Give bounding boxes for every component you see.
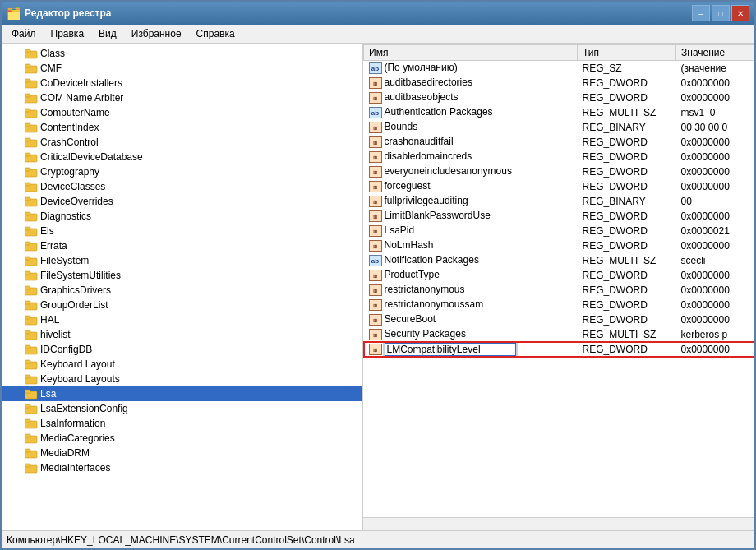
table-row[interactable]: ⊞REG_DWORD0x0000000 bbox=[364, 342, 754, 357]
tree-item[interactable]: Lsa bbox=[2, 386, 362, 401]
tree-item[interactable]: LsaInformation bbox=[2, 416, 362, 431]
tree-item[interactable]: CrashControl bbox=[2, 135, 362, 150]
folder-icon bbox=[25, 388, 38, 400]
reg-value-cell: 0x0000000 bbox=[676, 209, 754, 224]
tree-item[interactable]: Class bbox=[2, 46, 362, 61]
title-bar: 🗂️ Редактор реестра – □ ✕ bbox=[2, 2, 754, 25]
reg-value-cell: 0x0000000 bbox=[676, 150, 754, 164]
close-button[interactable]: ✕ bbox=[731, 5, 749, 21]
table-row[interactable]: ⊞crashonauditfailREG_DWORD0x0000000 bbox=[364, 135, 754, 150]
reg-name-cell: ⊞LsaPid bbox=[364, 224, 578, 238]
table-header: Имя Тип Значение bbox=[364, 45, 754, 61]
tree-label: MediaInterfaces bbox=[40, 462, 110, 474]
tree-item[interactable]: DeviceOverrides bbox=[2, 194, 362, 209]
menu-item-вид[interactable]: Вид bbox=[92, 26, 123, 41]
tree-item[interactable]: Keyboard Layout bbox=[2, 357, 362, 372]
folder-icon bbox=[25, 329, 38, 340]
left-panel: Class CMF CoDeviceInstallers COM Name Ar… bbox=[2, 44, 363, 530]
tree-item[interactable]: MediaDRM bbox=[2, 446, 362, 460]
registry-table-container[interactable]: Имя Тип Значение ab(По умолчанию)REG_SZ(… bbox=[363, 44, 754, 517]
reg-type-cell: REG_MULTI_SZ bbox=[578, 253, 676, 268]
tree-item[interactable]: HAL bbox=[2, 312, 362, 327]
h-scroll-inner[interactable] bbox=[363, 519, 754, 530]
svg-rect-31 bbox=[25, 271, 30, 275]
tree-item[interactable]: Els bbox=[2, 224, 362, 238]
table-row[interactable]: ⊞restrictanonymoussamREG_DWORD0x0000000 bbox=[364, 298, 754, 312]
table-row[interactable]: abAuthentication PackagesREG_MULTI_SZmsv… bbox=[364, 105, 754, 120]
tree-item[interactable]: CMF bbox=[2, 61, 362, 76]
reg-type-cell: REG_DWORD bbox=[578, 342, 676, 357]
reg-value-cell: 0x0000000 bbox=[676, 179, 754, 194]
menu-item-справка[interactable]: Справка bbox=[190, 26, 242, 41]
tree-label: DeviceOverrides bbox=[40, 196, 113, 207]
tree-item[interactable]: MediaCategories bbox=[2, 431, 362, 446]
tree-item[interactable]: hivelist bbox=[2, 327, 362, 342]
tree-item[interactable]: FileSystemUtilities bbox=[2, 268, 362, 283]
col-name[interactable]: Имя bbox=[364, 45, 578, 61]
folder-icon bbox=[25, 122, 38, 133]
col-type[interactable]: Тип bbox=[578, 45, 676, 61]
folder-icon bbox=[25, 462, 38, 474]
table-row[interactable]: ⊞ProductTypeREG_DWORD0x0000000 bbox=[364, 268, 754, 283]
tree-item[interactable]: Cryptography bbox=[2, 164, 362, 179]
tree-label: HAL bbox=[40, 314, 59, 326]
table-row[interactable]: ab(По умолчанию)REG_SZ(значение bbox=[364, 61, 754, 76]
maximize-button[interactable]: □ bbox=[712, 5, 730, 21]
status-text: Компьютер\HKEY_LOCAL_MACHINE\SYSTEM\Curr… bbox=[7, 534, 355, 546]
table-row[interactable]: ⊞forceguestREG_DWORD0x0000000 bbox=[364, 179, 754, 194]
tree-item[interactable]: GroupOrderList bbox=[2, 298, 362, 312]
tree-item[interactable]: MediaInterfaces bbox=[2, 460, 362, 475]
table-row[interactable]: ⊞Security PackagesREG_MULTI_SZkerberos p bbox=[364, 327, 754, 342]
tree-label: ComputerName bbox=[40, 107, 110, 118]
reg-name-cell: ⊞crashonauditfail bbox=[364, 135, 578, 150]
reg-value-cell: msv1_0 bbox=[676, 105, 754, 120]
tree-item[interactable]: CoDeviceInstallers bbox=[2, 76, 362, 90]
minimize-button[interactable]: – bbox=[692, 5, 710, 21]
table-row[interactable]: abNotification PackagesREG_MULTI_SZscecl… bbox=[364, 253, 754, 268]
reg-type-cell: REG_DWORD bbox=[578, 76, 676, 90]
table-row[interactable]: ⊞disabledomaincredsREG_DWORD0x0000000 bbox=[364, 150, 754, 164]
horizontal-scrollbar[interactable] bbox=[363, 517, 754, 530]
table-row[interactable]: ⊞restrictanonymousREG_DWORD0x0000000 bbox=[364, 283, 754, 298]
table-row[interactable]: ⊞auditbasedirectoriesREG_DWORD0x0000000 bbox=[364, 76, 754, 90]
tree-item[interactable]: GraphicsDrivers bbox=[2, 283, 362, 298]
table-row[interactable]: ⊞SecureBootREG_DWORD0x0000000 bbox=[364, 312, 754, 327]
tree-item[interactable]: Keyboard Layouts bbox=[2, 372, 362, 386]
table-row[interactable]: ⊞NoLmHashREG_DWORD0x0000000 bbox=[364, 238, 754, 253]
table-row[interactable]: ⊞BoundsREG_BINARY00 30 00 0 bbox=[364, 120, 754, 135]
menu-item-правка[interactable]: Правка bbox=[44, 26, 91, 41]
tree-item[interactable]: LsaExtensionConfig bbox=[2, 401, 362, 416]
reg-name-cell: abNotification Packages bbox=[364, 253, 578, 268]
reg-value-cell: 0x0000021 bbox=[676, 224, 754, 238]
reg-name-cell: ⊞NoLmHash bbox=[364, 238, 578, 253]
tree-item[interactable]: ContentIndex bbox=[2, 120, 362, 135]
table-row[interactable]: ⊞LimitBlankPasswordUseREG_DWORD0x0000000 bbox=[364, 209, 754, 224]
svg-rect-55 bbox=[25, 449, 30, 452]
reg-type-cell: REG_DWORD bbox=[578, 179, 676, 194]
reg-name-cell: ⊞disabledomaincreds bbox=[364, 150, 578, 164]
table-row[interactable]: ⊞auditbaseobjectsREG_DWORD0x0000000 bbox=[364, 90, 754, 105]
tree-item[interactable]: ComputerName bbox=[2, 105, 362, 120]
table-row[interactable]: ⊞LsaPidREG_DWORD0x0000021 bbox=[364, 224, 754, 238]
tree-item[interactable]: DeviceClasses bbox=[2, 179, 362, 194]
tree-item[interactable]: CriticalDeviceDatabase bbox=[2, 150, 362, 164]
tree-label: Diagnostics bbox=[40, 210, 91, 222]
menu-bar: ФайлПравкаВидИзбранноеСправка bbox=[2, 25, 754, 44]
reg-type-cell: REG_MULTI_SZ bbox=[578, 105, 676, 120]
folder-icon bbox=[25, 77, 38, 89]
tree-label: CoDeviceInstallers bbox=[40, 77, 122, 89]
tree-item[interactable]: Errata bbox=[2, 238, 362, 253]
reg-name-input[interactable] bbox=[385, 343, 516, 356]
col-value[interactable]: Значение bbox=[676, 45, 754, 61]
tree-item[interactable]: FileSystem bbox=[2, 253, 362, 268]
menu-item-файл[interactable]: Файл bbox=[5, 26, 43, 41]
tree-item[interactable]: IDConfigDB bbox=[2, 342, 362, 357]
svg-rect-39 bbox=[25, 330, 30, 334]
tree-item[interactable]: COM Name Arbiter bbox=[2, 90, 362, 105]
tree-view[interactable]: Class CMF CoDeviceInstallers COM Name Ar… bbox=[2, 44, 362, 530]
reg-value-cell: 0x0000000 bbox=[676, 164, 754, 179]
menu-item-избранное[interactable]: Избранное bbox=[125, 26, 188, 41]
tree-item[interactable]: Diagnostics bbox=[2, 209, 362, 224]
table-row[interactable]: ⊞fullprivilegeauditingREG_BINARY00 bbox=[364, 194, 754, 209]
table-row[interactable]: ⊞everyoneincludesanonymousREG_DWORD0x000… bbox=[364, 164, 754, 179]
